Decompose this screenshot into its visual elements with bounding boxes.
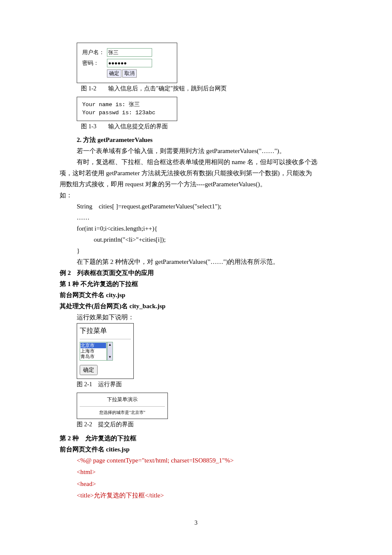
paragraph-3: 如：	[60, 190, 332, 200]
paragraph-4: 在下题的第 2 种情况中，对 getParameterValues("……")的…	[77, 257, 332, 267]
login-form-figure: 用户名： 密码： 确定 取消	[77, 43, 177, 83]
ok-button[interactable]: 确定	[107, 69, 121, 78]
dropdown-title: 下拉菜单	[80, 325, 131, 336]
cancel-button[interactable]: 取消	[122, 69, 137, 78]
result-figure: 下拉菜单演示 您选择的城市是"北京市"	[77, 393, 168, 419]
kind-1-heading: 第 1 种 不允许复选的下拉框	[60, 279, 332, 289]
figure-1-3-caption: 图 1-3 输入信息提交后的界面	[81, 122, 332, 131]
front-file-2: 前台网页文件名 cities.jsp	[60, 444, 332, 454]
paragraph-2b: 项，这时若使用 getParameter 方法就无法接收所有数据(只能接收到第一…	[60, 168, 332, 178]
code-line-2: ……	[77, 212, 332, 223]
dropdown-figure: 下拉菜单 北京市 上海市 青岛市 ▲▼ 确定	[77, 323, 134, 379]
source-line-2: <html>	[77, 467, 332, 478]
section-heading-2: 2. 方法 getParameterValues	[77, 135, 332, 145]
divider	[80, 406, 165, 407]
city-listbox[interactable]: 北京市 上海市 青岛市	[80, 342, 107, 361]
output-line-1: Your name is: 张三	[82, 101, 172, 109]
example-2-heading: 例 2 列表框在页面交互中的应用	[60, 268, 332, 278]
kind-2-heading: 第 2 种 允许复选的下拉框	[60, 433, 332, 443]
front-file-1: 前台网页文件名 city.jsp	[60, 290, 332, 300]
code-line-4: out.println("<li>"+cities[i]);	[94, 234, 332, 245]
paragraph-2c: 用数组方式接收，即用 request 对象的另一个方法----getParame…	[60, 179, 332, 189]
source-line-3: <head>	[77, 479, 332, 490]
list-item[interactable]: 北京市	[81, 343, 106, 348]
password-label: 密码：	[82, 59, 107, 68]
figure-2-2-caption: 图 2-2 提交后的界面	[77, 420, 332, 429]
code-line-3: for(int i=0;i<cities.length;i++){	[77, 223, 332, 234]
password-input[interactable]	[107, 59, 152, 67]
output-line-2: Your passwd is: 123abc	[82, 109, 172, 117]
list-item[interactable]: 上海市	[81, 348, 106, 354]
divider	[80, 339, 131, 339]
list-item[interactable]: 青岛市	[81, 354, 106, 359]
run-note: 运行效果如下说明：	[77, 312, 332, 322]
result-text: 您选择的城市是"北京市"	[80, 409, 165, 416]
dropdown-ok-button[interactable]: 确定	[80, 365, 98, 375]
figure-2-1-caption: 图 2-1 运行界面	[77, 380, 332, 389]
paragraph-2a: 有时，复选框、下拉框、组合框这些表单域使用相同的 name 名，但却可以接收多个…	[77, 157, 332, 167]
username-input[interactable]	[107, 48, 152, 57]
back-file-1: 其处理文件(后台网页)名 city_back.jsp	[60, 301, 332, 311]
username-label: 用户名：	[82, 48, 107, 57]
source-line-1: <%@ page contentType="text/html; charset…	[77, 455, 332, 466]
result-title: 下拉菜单演示	[80, 396, 165, 404]
code-line-5: }	[77, 246, 332, 256]
code-line-1: String cities[ ]=request.getParameterVal…	[77, 201, 332, 211]
output-figure: Your name is: 张三 Your passwd is: 123abc	[77, 97, 177, 121]
figure-1-2-caption: 图 1-2 输入信息后，点击"确定"按钮，跳到后台网页	[81, 84, 332, 93]
page-number: 3	[60, 518, 332, 528]
paragraph-1: 若一个表单域有多个输入值，则需要用到方法 getParameterValues(…	[77, 146, 332, 156]
scroll-icon[interactable]: ▲▼	[107, 342, 113, 361]
source-line-4: <title>允许复选的下拉框</title>	[77, 490, 332, 501]
